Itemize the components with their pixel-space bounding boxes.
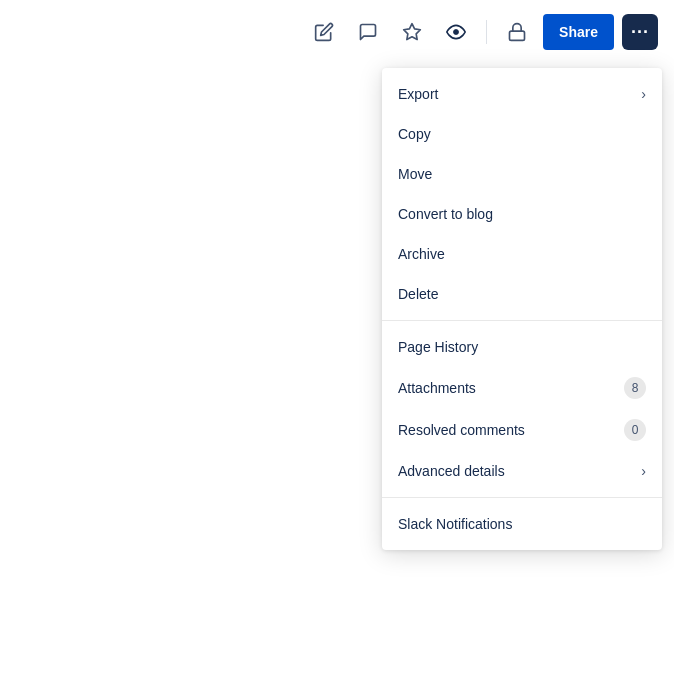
- toolbar-divider: [486, 20, 487, 44]
- svg-rect-2: [510, 31, 525, 40]
- menu-item-archive[interactable]: Archive: [382, 234, 662, 274]
- archive-label: Archive: [398, 246, 445, 262]
- dropdown-menu: Export › Copy Move Convert to blog Archi…: [382, 68, 662, 550]
- toolbar: Share ···: [0, 0, 674, 64]
- menu-item-copy[interactable]: Copy: [382, 114, 662, 154]
- attachments-label: Attachments: [398, 380, 476, 396]
- menu-item-page-history[interactable]: Page History: [382, 327, 662, 367]
- menu-item-move[interactable]: Move: [382, 154, 662, 194]
- lock-button[interactable]: [499, 14, 535, 50]
- attachments-badge: 8: [624, 377, 646, 399]
- resolved-comments-badge: 0: [624, 419, 646, 441]
- export-label: Export: [398, 86, 438, 102]
- move-label: Move: [398, 166, 432, 182]
- menu-item-export[interactable]: Export ›: [382, 74, 662, 114]
- menu-item-delete[interactable]: Delete: [382, 274, 662, 314]
- convert-to-blog-label: Convert to blog: [398, 206, 493, 222]
- svg-marker-0: [404, 24, 421, 40]
- advanced-details-label: Advanced details: [398, 463, 505, 479]
- menu-section-3: Slack Notifications: [382, 498, 662, 550]
- delete-label: Delete: [398, 286, 438, 302]
- comment-button[interactable]: [350, 14, 386, 50]
- menu-section-1: Export › Copy Move Convert to blog Archi…: [382, 68, 662, 321]
- export-chevron-icon: ›: [641, 86, 646, 102]
- menu-item-convert-to-blog[interactable]: Convert to blog: [382, 194, 662, 234]
- menu-item-resolved-comments[interactable]: Resolved comments 0: [382, 409, 662, 451]
- menu-item-attachments[interactable]: Attachments 8: [382, 367, 662, 409]
- slack-notifications-label: Slack Notifications: [398, 516, 512, 532]
- copy-label: Copy: [398, 126, 431, 142]
- page-history-label: Page History: [398, 339, 478, 355]
- svg-point-1: [454, 30, 459, 35]
- resolved-comments-label: Resolved comments: [398, 422, 525, 438]
- advanced-details-chevron-icon: ›: [641, 463, 646, 479]
- menu-item-advanced-details[interactable]: Advanced details ›: [382, 451, 662, 491]
- menu-section-2: Page History Attachments 8 Resolved comm…: [382, 321, 662, 498]
- star-button[interactable]: [394, 14, 430, 50]
- watch-button[interactable]: [438, 14, 474, 50]
- share-button[interactable]: Share: [543, 14, 614, 50]
- menu-item-slack-notifications[interactable]: Slack Notifications: [382, 504, 662, 544]
- edit-button[interactable]: [306, 14, 342, 50]
- more-button[interactable]: ···: [622, 14, 658, 50]
